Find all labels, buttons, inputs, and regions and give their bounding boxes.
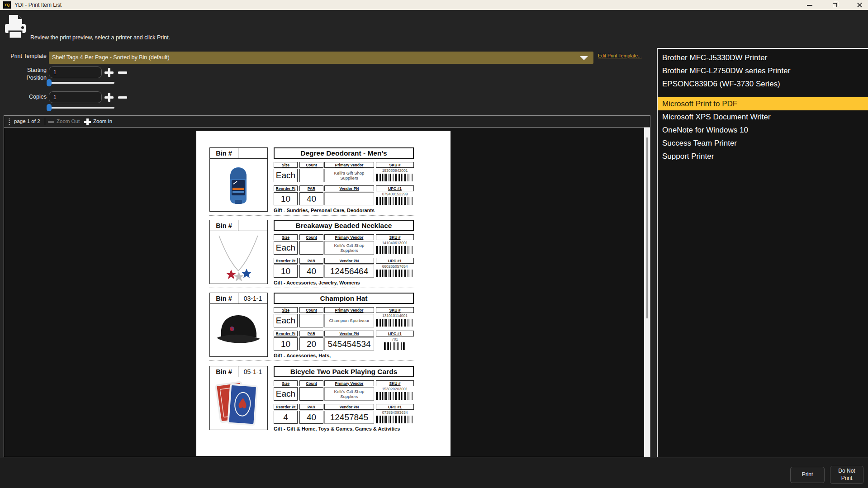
starting-position-increment-icon[interactable] — [104, 68, 114, 77]
product-title: Degree Deodorant - Men's — [274, 147, 414, 159]
count-header: Count — [299, 162, 323, 168]
shelf-tag: Bin # 05-1-1 — [209, 366, 415, 435]
vendor-pn-value: 12457845 — [324, 411, 374, 424]
preview-scrollbar-thumb[interactable] — [646, 137, 648, 318]
printer-item[interactable]: Brother MFC-L2750DW series Printer — [658, 64, 868, 77]
product-image-cap — [210, 305, 267, 356]
size-header: Size — [274, 380, 298, 386]
copies-label: Copies — [0, 94, 47, 100]
reorder-header: Reorder Pt — [274, 258, 298, 264]
starting-position-label-line1: Starting — [0, 67, 47, 73]
product-image-playing-cards — [210, 378, 267, 429]
sku-code: 141040613001 — [376, 241, 414, 255]
primary-vendor-value: Champion Sportwear — [324, 314, 374, 327]
primary-vendor-value: Kelli's Gift Shop Suppliers — [324, 241, 374, 255]
print-template-value: Shelf Tags 4 Per Page - Sorted by Bin (d… — [52, 54, 170, 61]
preview-page: Bin # — [196, 131, 451, 456]
tag-separator — [209, 360, 415, 361]
preview-scrollbar[interactable] — [644, 128, 650, 457]
bin-label: Bin # — [210, 220, 238, 231]
count-value — [299, 241, 323, 255]
upc-barcode — [376, 270, 414, 277]
size-value: Each — [274, 314, 298, 327]
printer-item[interactable]: Brother MFC-J5330DW Printer — [658, 51, 868, 64]
minimize-icon[interactable] — [802, 0, 817, 10]
bin-value: 05-1-1 — [238, 366, 267, 377]
reorder-value: 10 — [274, 337, 298, 351]
toolbar-grip-handle[interactable] — [9, 118, 10, 125]
par-header: PAR — [299, 258, 323, 264]
shelf-tag: Bin # — [209, 147, 415, 216]
upc-header: UPC #1 — [376, 404, 414, 410]
sku-barcode — [376, 392, 414, 400]
count-header: Count — [299, 307, 323, 313]
upc-code: 701 — [376, 337, 414, 351]
copies-decrement-icon[interactable] — [118, 93, 127, 102]
print-button[interactable]: Print — [790, 467, 825, 483]
app-icon: YQ — [3, 1, 11, 9]
par-value: 40 — [299, 192, 323, 205]
starting-position-decrement-icon[interactable] — [118, 68, 127, 77]
zoom-in-icon[interactable] — [84, 118, 91, 125]
size-value: Each — [274, 169, 298, 182]
sku-code: 131010114001 — [376, 313, 414, 328]
upc-code: 079400152299 — [376, 192, 414, 206]
vendor-pn-header: Vendor PN — [324, 404, 374, 410]
starting-position-input[interactable]: 1 — [49, 66, 102, 78]
print-template-dropdown[interactable]: Shelf Tags 4 Per Page - Sorted by Bin (d… — [49, 52, 593, 64]
bin-label: Bin # — [210, 293, 238, 303]
starting-position-slider[interactable] — [48, 82, 114, 84]
printer-item[interactable]: OneNote for Windows 10 — [658, 123, 868, 137]
par-header: PAR — [299, 404, 323, 410]
sku-header: SKU # — [376, 162, 414, 168]
copies-input[interactable]: 1 — [49, 91, 102, 103]
print-template-label: Print Template — [0, 53, 47, 59]
chevron-down-icon — [580, 56, 588, 60]
copies-increment-icon[interactable] — [104, 93, 114, 102]
zoom-in-button[interactable]: Zoom In — [93, 118, 112, 124]
zoom-out-icon[interactable] — [48, 121, 54, 123]
size-value: Each — [274, 241, 298, 255]
edit-print-template-link[interactable]: Edit Print Template... — [598, 53, 642, 58]
printer-item-selected[interactable]: Microsoft Print to PDF — [658, 97, 868, 110]
copies-slider[interactable] — [48, 107, 114, 109]
title-bar: YQ YDI - Print Item List — [0, 0, 868, 10]
count-header: Count — [299, 234, 323, 240]
do-not-print-button[interactable]: Do Not Print — [830, 466, 863, 484]
bin-label: Bin # — [210, 366, 238, 377]
window-title: YDI - Print Item List — [14, 2, 62, 8]
close-icon[interactable] — [852, 0, 867, 10]
category-line: Gift - Gift & Home, Toys & Games, Games … — [274, 426, 400, 431]
primary-vendor-header: Primary Vendor — [324, 162, 374, 168]
sku-barcode — [376, 319, 414, 327]
size-value: Each — [274, 387, 298, 401]
printer-item[interactable]: Microsoft XPS Document Writer — [658, 110, 868, 123]
bin-value — [238, 148, 267, 158]
printer-item[interactable]: Support Printer — [658, 150, 868, 163]
print-dialog-window: YQ YDI - Print Item List Review the prin… — [0, 0, 868, 488]
upc-barcode — [376, 197, 414, 205]
category-line: Gift - Accessories, Jewelry, Womens — [274, 280, 360, 285]
copies-slider-thumb[interactable] — [47, 104, 52, 111]
par-header: PAR — [299, 185, 323, 191]
zoom-out-button[interactable]: Zoom Out — [57, 118, 80, 124]
upc-header: UPC #1 — [376, 185, 414, 191]
vendor-pn-value: 545454534 — [324, 337, 374, 351]
printer-item[interactable]: Success Team Printer — [658, 137, 868, 150]
count-value — [299, 314, 323, 327]
count-header: Count — [299, 380, 323, 386]
sku-code: 183030942001 — [376, 168, 414, 183]
upc-code: 660265057654 — [376, 264, 414, 279]
bin-value: 03-1-1 — [238, 293, 267, 303]
vendor-pn-header: Vendor PN — [324, 258, 374, 264]
category-line: Gift - Sundries, Personal Care, Deodoran… — [274, 208, 375, 213]
upc-header: UPC #1 — [376, 258, 414, 264]
printer-item[interactable]: EPSONC839D6 (WF-3730 Series) — [658, 77, 868, 90]
tag-separator — [209, 288, 415, 288]
restore-icon[interactable] — [827, 0, 843, 10]
primary-vendor-header: Primary Vendor — [324, 380, 374, 386]
vendor-pn-header: Vendor PN — [324, 331, 374, 336]
product-title: Bicycle Two Pack Playing Cards — [274, 366, 414, 377]
starting-position-slider-thumb[interactable] — [47, 79, 52, 86]
upc-header: UPC #1 — [376, 331, 414, 336]
